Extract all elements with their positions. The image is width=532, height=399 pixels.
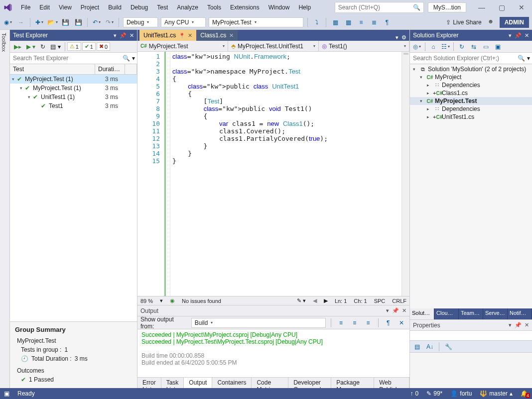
close-icon[interactable]: ✕ (402, 307, 406, 314)
pin-icon[interactable]: 📌 (120, 32, 127, 39)
repeat-button[interactable]: ↻ (38, 42, 47, 51)
warn-count[interactable]: ⚠1 (67, 42, 81, 51)
categorize-icon[interactable]: ▤ (412, 342, 422, 352)
close-icon[interactable]: ✕ (130, 32, 134, 39)
test-search[interactable]: 🔍 ▾ (10, 53, 137, 64)
user-name[interactable]: 👤 fortu (450, 390, 472, 397)
dropdown-icon[interactable]: ▾ (114, 32, 117, 39)
close-icon[interactable]: ✕ (525, 32, 529, 39)
menu-help[interactable]: Help (294, 2, 315, 13)
menu-file[interactable]: File (17, 2, 34, 13)
right-tab[interactable]: Solut… (410, 308, 434, 319)
col-duration[interactable]: Durati… (95, 64, 125, 74)
output-tab[interactable]: Developer Command Pr… (288, 378, 331, 388)
run-button[interactable]: ▶ ▾ (24, 42, 37, 51)
menu-test[interactable]: Test (153, 2, 172, 13)
se-home-dd[interactable]: ◎ (412, 42, 422, 52)
step-into-icon[interactable]: ⤵ (312, 17, 322, 27)
se-refresh[interactable]: ↻ (457, 42, 467, 52)
right-tab[interactable]: Notif… (508, 308, 532, 319)
props-object-combo[interactable] (410, 331, 532, 341)
fail-count[interactable]: ✖0 (97, 42, 110, 51)
tab-settings-icon[interactable]: ⚙ (401, 34, 406, 41)
solution-tree[interactable]: ▾⧉Solution 'MySolution' (2 of 2 projects… (410, 64, 532, 308)
out-btn-3[interactable]: ≡ (363, 318, 373, 328)
menu-view[interactable]: View (55, 2, 76, 13)
notifications-button[interactable]: 🔔4 (521, 390, 528, 397)
dropdown-icon[interactable]: ▾ (386, 307, 389, 314)
toolitem-1[interactable]: ▦ (330, 17, 340, 27)
output-tab[interactable]: Package Manager Cons… (331, 378, 374, 388)
menu-project[interactable]: Project (77, 2, 103, 13)
se-home[interactable]: ⌂ (428, 42, 438, 52)
new-button[interactable]: ✚ (34, 17, 44, 27)
solution-row[interactable]: ▸+C#UnitTest1.cs (410, 113, 532, 121)
right-tab[interactable]: Team… (459, 308, 483, 319)
nav-left-icon[interactable]: ◀ (313, 298, 317, 304)
solution-row[interactable]: ▾C#MyProject (410, 73, 532, 81)
issues-label[interactable]: No issues found (182, 298, 221, 304)
menu-window[interactable]: Window (265, 2, 294, 13)
test-tree[interactable]: ▾✔MyProject.Test (1)3 ms▾✔MyProject.Test… (10, 75, 137, 321)
menu-debug[interactable]: Debug (127, 2, 152, 13)
col-test[interactable]: Test (10, 64, 95, 74)
se-showall[interactable]: ▭ (481, 42, 491, 52)
forward-button[interactable]: → (16, 17, 26, 27)
toolbox-tab[interactable]: Toolbox (0, 30, 10, 388)
editor-tab[interactable]: UnitTest1.cs📍✕ (139, 30, 196, 41)
output-tab[interactable]: Web Publish Activity (374, 378, 409, 388)
live-share-button[interactable]: ⇪ Live Share (443, 18, 484, 27)
se-collapse[interactable]: ⇆ (469, 42, 479, 52)
dropdown-icon[interactable]: ▾ (527, 55, 530, 62)
solution-row[interactable]: ▾⧉Solution 'MySolution' (2 of 2 projects… (410, 65, 532, 73)
playlist-button[interactable]: ▤ ▾ (48, 42, 62, 51)
se-search-input[interactable] (412, 54, 518, 63)
solution-row[interactable]: ▸+C#Class1.cs (410, 89, 532, 97)
platform-combo[interactable]: Any CPU (161, 17, 206, 27)
test-row[interactable]: ✔Test13 ms (10, 101, 137, 110)
test-row[interactable]: ▾✔UnitTest1 (1)3 ms (10, 93, 137, 101)
right-tab[interactable]: Clou… (434, 308, 459, 319)
search-input[interactable] (338, 4, 413, 11)
pending-changes[interactable]: ✎ 99* (426, 390, 442, 397)
solution-row[interactable]: ▸∷Dependencies (410, 81, 532, 89)
out-btn-wrap[interactable]: ¶ (384, 318, 393, 328)
output-tab[interactable]: Error List (137, 378, 161, 388)
vertical-scrollbar[interactable] (401, 52, 409, 296)
out-btn-2[interactable]: ≡ (350, 318, 359, 328)
output-source-combo[interactable]: Build (191, 318, 326, 328)
out-btn-clear[interactable]: ✕ (397, 318, 406, 328)
close-button[interactable]: ✕ (514, 3, 529, 11)
config-combo[interactable]: Debug (123, 17, 158, 27)
test-row[interactable]: ▾✔MyProject.Test (1)3 ms (10, 75, 137, 84)
zoom-level[interactable]: 89 % (140, 298, 153, 304)
dropdown-icon[interactable]: ▾ (509, 32, 512, 39)
ins-mode[interactable]: SPC (374, 298, 386, 304)
se-search[interactable]: 🔍 ▾ (410, 53, 532, 64)
nav-member[interactable]: ◎Test1() (319, 41, 409, 51)
output-tab[interactable]: Output (184, 378, 212, 388)
test-row[interactable]: ▾✔MyProject.Test (1)3 ms (10, 84, 137, 93)
pin-icon[interactable]: 📌 (515, 32, 522, 39)
pin-icon[interactable]: 📌 (515, 322, 522, 328)
eol-mode[interactable]: CRLF (392, 298, 406, 304)
dropdown-icon[interactable]: ▾ (509, 322, 512, 328)
back-button[interactable]: ◉ (3, 17, 13, 27)
code-body[interactable]: class="kw">using NUnit.Framework; class=… (170, 52, 401, 296)
se-view[interactable]: ☷ (440, 42, 450, 52)
tab-dropdown-icon[interactable]: ▾ (396, 34, 399, 41)
toolitem-2[interactable]: ▦ (343, 17, 353, 27)
output-body[interactable]: Succeeded | MyProject\MyProject.csproj [… (137, 329, 409, 377)
right-tab[interactable]: Serve… (483, 308, 508, 319)
toolitem-4[interactable]: ≣ (369, 17, 379, 27)
branch-name[interactable]: 🔱 master ▴ (480, 390, 513, 397)
solution-name-short[interactable]: MyS…tion (428, 2, 466, 12)
upload-count[interactable]: ↑ 0 (410, 390, 419, 397)
se-properties[interactable]: ▣ (493, 42, 503, 52)
menu-edit[interactable]: Edit (35, 2, 54, 13)
output-tab[interactable]: Containers (212, 378, 252, 388)
test-search-input[interactable] (12, 54, 123, 63)
nav-class[interactable]: ⬘MyProject.Test.UnitTest1 (228, 41, 319, 51)
out-btn-1[interactable]: ≡ (336, 318, 346, 328)
minimize-button[interactable]: — (474, 3, 489, 11)
